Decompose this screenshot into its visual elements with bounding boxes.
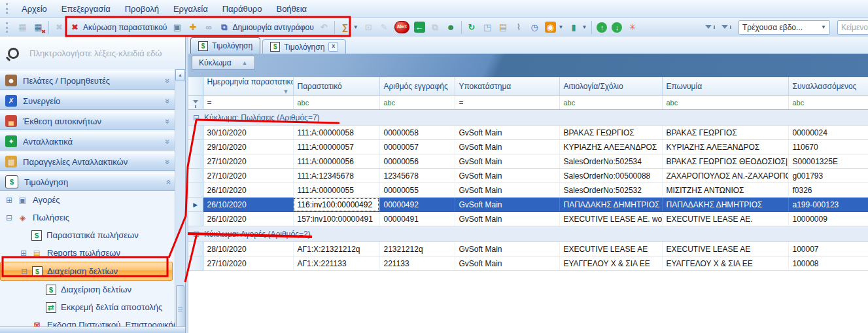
cell-0[interactable]: 26/10/2020 (203, 198, 293, 212)
scroll-up-icon[interactable]: ▲ (175, 69, 185, 80)
menu-item-0[interactable]: Αρχείο (14, 2, 54, 16)
cell-2[interactable]: 12345678 (379, 169, 455, 183)
cell-3[interactable]: GvSoft Main (455, 140, 559, 154)
column-header-1[interactable]: Παραστατικό (293, 77, 379, 96)
cell-5[interactable]: ΠΑΠΑΔΑΚΗΣ ΔΗΜΗΤΡΙΟΣ (662, 198, 788, 212)
cancel-voucher-button[interactable]: ✖Ακύρωση παραστατικού (67, 20, 169, 34)
sort-sum-button[interactable]: ∑▼ (338, 20, 360, 34)
clock-button[interactable]: ◷ (527, 20, 542, 34)
column-header-4[interactable]: Αιτιολογία/Σχόλιο (559, 77, 662, 96)
sidebar-group-workshop[interactable]: ✗Συνεργείο» (0, 92, 175, 110)
cell-0[interactable]: 28/10/2020 (203, 242, 293, 256)
collapse-minus-icon[interactable]: ⊟ (193, 230, 200, 239)
cell-0[interactable]: 27/10/2020 (203, 256, 293, 271)
cell-0[interactable]: 27/10/2020 (203, 169, 293, 183)
menu-item-1[interactable]: Επεξεργασία (54, 2, 118, 16)
create-copy-button[interactable]: ⧉Δημιουργία αντιγράφου (217, 20, 315, 34)
cell-2[interactable]: 00000492 (379, 198, 455, 212)
cell-4[interactable]: ΚΥΡΙΑΖΗΣ ΑΛΕΞΑΝΔΡΟΣ (559, 140, 662, 154)
cell-6[interactable]: 10000009 (788, 212, 868, 226)
cell-4[interactable]: ΒΡΑΚΑΣ ΓΕΩΡΓΙΟΣ (559, 126, 662, 140)
cell-1[interactable]: 157:inv100:00000491 (293, 212, 379, 226)
sidebar-item-pending-delivery-notes[interactable]: ⇄Εκκρεμή δελτία αποστολής (0, 298, 175, 316)
cell-3[interactable]: GvSoft Main (455, 212, 559, 226)
cell-6[interactable]: 100007 (788, 242, 868, 256)
filter-button-2[interactable] (719, 20, 734, 34)
cell-1[interactable]: 111:A:00000056 (293, 154, 379, 169)
cell-6[interactable]: S00001325E (788, 154, 868, 169)
table-row[interactable]: 27/10/2020111:A:1234567812345678GvSoft M… (188, 169, 868, 183)
cell-5[interactable]: ΕΥΑΓΓΕΛΟΥ Χ & ΣΙΑ ΕΕ (662, 256, 788, 271)
sidebar-search-input[interactable] (28, 48, 168, 59)
filter-cell-3[interactable]: = (455, 96, 559, 110)
add-document-button[interactable]: ✚ (185, 20, 200, 34)
menu-item-4[interactable]: Παράθυρο (215, 2, 269, 16)
sidebar-item-delivery-notes-management[interactable]: ⊟$Διαχείριση δελτίων (0, 262, 173, 281)
expander-plus-icon[interactable]: ⊞ (5, 196, 13, 204)
cell-3[interactable]: GvSoft Main (455, 126, 559, 140)
cell-3[interactable]: GvSoft Main (455, 169, 559, 183)
expander-minus-icon[interactable]: ⊟ (20, 268, 28, 275)
column-header-5[interactable]: Επωνυμία (662, 77, 788, 96)
export-user-button[interactable]: ☻ (443, 20, 459, 34)
cell-1[interactable]: 111:A:12345678 (293, 169, 379, 183)
refresh-button[interactable]: ↻ (464, 20, 479, 34)
cell-4[interactable]: ΕΥΑΓΓΕΛΟΥ Χ & ΣΙΑ ΕΕ (559, 256, 662, 271)
table-row[interactable]: 29/10/2020111:A:0000005700000057GvSoft M… (188, 140, 868, 154)
cell-6[interactable]: 100008 (788, 256, 868, 271)
table-row[interactable]: 27/10/2020111:A:0000005600000056GvSoft M… (188, 154, 868, 169)
cell-6[interactable]: 110670 (788, 140, 868, 154)
cell-2[interactable]: 00000056 (379, 154, 455, 169)
sidebar-group-customers-suppliers[interactable]: ☻Πελάτες / Προμηθευτές» (0, 71, 175, 90)
cell-1[interactable]: ΑΓ1:Χ:221133 (293, 256, 379, 271)
cell-1[interactable]: ΑΓ1:Χ:21321212q (293, 242, 379, 256)
cell-2[interactable]: 00000491 (379, 212, 455, 226)
attach-button[interactable]: ⌇ (512, 20, 527, 34)
toolbar-search-input[interactable] (837, 20, 868, 35)
sidebar-item-purchases[interactable]: ⊞▣Αγορές (0, 191, 175, 209)
filter-cell-2[interactable]: abc (379, 96, 455, 110)
sidebar-group-parts-orders[interactable]: ▥Παραγγελίες Ανταλλακτικών» (0, 152, 175, 171)
cell-2[interactable]: 00000057 (379, 140, 455, 154)
new-window-button[interactable]: ◳ (480, 20, 495, 34)
cell-3[interactable]: GvSoft Main (455, 183, 559, 198)
cell-2[interactable]: 00000058 (379, 126, 455, 140)
cell-0[interactable]: 29/10/2020 (203, 140, 293, 154)
cell-5[interactable]: ΒΡΑΚΑΣ ΓΕΩΡΓΙΟΣ ΘΕΟΔΟΣΙΟΣ||G... (662, 154, 788, 169)
alert-button[interactable]: Alert (392, 20, 411, 35)
close-icon[interactable]: x (328, 42, 338, 52)
notes-button[interactable]: ▤ (496, 20, 511, 34)
group-row[interactable]: ⊟Κύκλωμα: Πωλήσεις (Αριθμός=7) (188, 110, 868, 126)
print-button[interactable]: ▣ (169, 20, 184, 34)
cell-6[interactable]: 00000024 (788, 126, 868, 140)
cell-3[interactable]: GvSoft Main (455, 198, 559, 212)
date-range-select[interactable]: Τρέχουσα εβδο... ▼ (738, 20, 830, 35)
cell-5[interactable]: ΚΥΡΙΑΖΗΣ ΑΛΕΞΑΝΔΡΟΣ (662, 140, 788, 154)
cell-3[interactable]: GvSoft Main (455, 242, 559, 256)
cell-4[interactable]: SalesOrderNo:00500088 (559, 169, 662, 183)
cell-1[interactable]: 111:A:00000055 (293, 183, 379, 198)
cell-5[interactable]: ΜΙΣΙΤΖΗΣ ΑΝΤΩΝΙΟΣ (662, 183, 788, 198)
sidebar-group-invoicing[interactable]: $Τιμολόγηση» (0, 173, 175, 191)
cell-0[interactable]: 30/10/2020 (203, 126, 293, 140)
table-row[interactable]: ▶26/10/2020116:inv100:0000049200000492Gv… (188, 198, 868, 212)
cell-6[interactable]: a199-000123 (788, 198, 868, 212)
sidebar-scrollbar-thumb[interactable] (176, 285, 184, 332)
tab-1[interactable]: $Τιμολόγησηx (262, 39, 346, 54)
save-close-button[interactable]: ▦✖ (31, 20, 46, 34)
filter-cell-0[interactable]: = (203, 96, 293, 110)
cell-5[interactable]: ΖΑΧΑΡΟΠΟΥΛΟΣ ΑΝ.-ΖΑΧΑΡΟΠΟΥ... (662, 169, 788, 183)
column-header-6[interactable]: Συναλλασσόμενος (788, 77, 868, 96)
collapse-minus-icon[interactable]: ⊟ (193, 113, 200, 122)
filter-cell-4[interactable]: abc (559, 96, 662, 110)
expander-plus-icon[interactable]: ⊞ (20, 249, 27, 257)
column-header-2[interactable]: Αριθμός εγγραφής (379, 77, 455, 96)
column-header-0[interactable]: Ημερομηνία παραστατικού▼ (203, 77, 293, 96)
nav-up-button[interactable]: ↑ (595, 21, 609, 34)
table-row[interactable]: 26/10/2020111:A:0000005500000055GvSoft M… (188, 183, 868, 198)
menu-item-2[interactable]: Προβολή (118, 2, 166, 16)
cell-4[interactable]: EXECUTIVE LEASE AE. wo:00... (559, 212, 662, 226)
cell-1[interactable]: 116:inv100:00000492 (293, 198, 379, 212)
sidebar-group-spare-parts[interactable]: ✦Ανταλλακτικά» (0, 132, 175, 150)
cell-6[interactable]: f0326 (788, 183, 868, 198)
